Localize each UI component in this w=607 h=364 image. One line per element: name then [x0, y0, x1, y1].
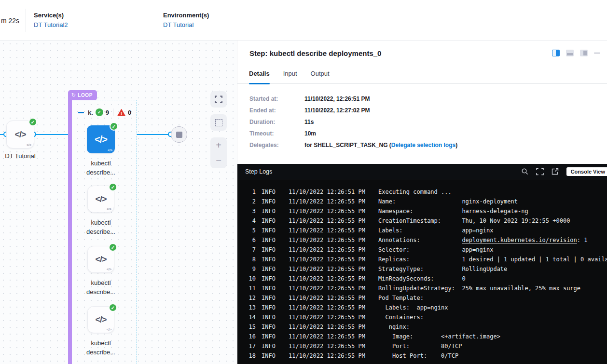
step-tabs: DetailsInputOutput	[237, 70, 607, 84]
tab-details[interactable]: Details	[249, 70, 270, 83]
detail-value: 10m	[304, 130, 316, 137]
log-line: 1INFO11/10/2022 12:26:51 PMExecuting com…	[245, 187, 607, 197]
detail-label: Duration:	[249, 119, 304, 125]
code-icon: </>	[95, 255, 106, 265]
detail-label: Delegates:	[249, 142, 304, 148]
delegate-selection-logs-link[interactable]: Delegate selection logs	[391, 142, 455, 148]
detail-value: 11/10/2022, 12:26:51 PM	[304, 95, 370, 102]
success-check-icon: ✓	[110, 122, 118, 131]
log-line: 10INFO11/10/2022 12:26:55 PMMinReadySeco…	[245, 274, 607, 283]
log-line: 8INFO11/10/2022 12:26:55 PMReplicas: 1 d…	[245, 255, 607, 264]
log-line: 4INFO11/10/2022 12:26:55 PMCreationTimes…	[245, 216, 607, 226]
log-line: 12INFO11/10/2022 12:26:55 PMPod Template…	[245, 293, 607, 303]
step-node-kubectl-describe[interactable]: ✓</></>kubectl describe...	[72, 306, 129, 357]
log-line: 3INFO11/10/2022 12:26:55 PMNamespace: ha…	[245, 206, 607, 216]
log-line: 7INFO11/10/2022 12:26:55 PMSelector: app…	[245, 245, 607, 255]
code-icon: </>	[95, 194, 106, 204]
zoom-out-button[interactable]: −	[216, 156, 221, 165]
detail-row: Ended at:11/10/2022, 12:27:02 PM	[249, 107, 595, 114]
pipeline-graph-canvas[interactable]: ✓ </> </> DT Tutorial ↻ LOOP k. ✓ 9 ! 0 …	[0, 40, 237, 364]
canvas-fullscreen-button[interactable]	[210, 91, 227, 108]
warning-triangle-icon: !	[117, 109, 125, 116]
detail-row: Delegates:for SHELL_SCRIPT_TASK_NG (Dele…	[249, 142, 595, 148]
loop-container-bar	[68, 90, 72, 364]
step-node-label: kubectl describe...	[72, 218, 129, 236]
loop-icon: ↻	[71, 93, 76, 98]
loop-group-name: k.	[88, 109, 93, 116]
code-icon: </>	[95, 134, 107, 145]
loop-group-header[interactable]: k. ✓ 9 ! 0	[78, 108, 131, 116]
search-icon[interactable]	[521, 168, 528, 175]
layout-bottom-button[interactable]	[566, 50, 574, 56]
pipeline-end-node[interactable]	[171, 126, 187, 143]
count-divider	[113, 108, 113, 116]
success-count-icon: ✓	[96, 108, 103, 116]
layout-float-button[interactable]	[580, 50, 588, 56]
stop-square-icon	[176, 132, 182, 138]
step-node-kubectl-describe[interactable]: ✓</></>kubectl describe...	[72, 246, 129, 297]
edge-start-to-loop	[34, 134, 68, 135]
collapse-minus-icon[interactable]	[78, 112, 84, 113]
shell-script-mini-icon: </>	[107, 328, 111, 331]
step-node-kubectl-describe[interactable]: ✓</></>kubectl describe...	[72, 186, 129, 236]
step-logs-title: Step Logs	[245, 168, 272, 175]
step-details-header: Step: kubectl describe deployments_0	[237, 40, 607, 57]
log-line: 14INFO11/10/2022 12:26:55 PM Containers:	[245, 312, 607, 322]
step-node-label: kubectl describe...	[72, 338, 129, 357]
fullscreen-icon	[215, 95, 222, 103]
tab-input[interactable]: Input	[283, 70, 297, 83]
success-check-icon: ✓	[109, 243, 117, 252]
topbar-divider	[26, 9, 26, 32]
code-icon: </>	[14, 130, 26, 140]
marquee-select-icon	[215, 119, 222, 126]
shell-script-mini-icon: </>	[107, 268, 111, 271]
stage-node-label: DT Tutorial	[0, 152, 50, 160]
loop-badge[interactable]: ↻ LOOP	[68, 90, 97, 100]
shell-script-mini-icon: </>	[27, 143, 31, 147]
elapsed-duration: m 22s	[1, 17, 19, 25]
log-output[interactable]: 1INFO11/10/2022 12:26:51 PMExecuting com…	[237, 179, 607, 361]
stage-node-dt-tutorial[interactable]: ✓ </> </>	[6, 121, 34, 148]
log-line: 13INFO11/10/2022 12:26:55 PM Labels: app…	[245, 303, 607, 312]
logs-fullscreen-icon[interactable]	[536, 168, 544, 175]
log-line: 15INFO11/10/2022 12:26:55 PM nginx:	[245, 322, 607, 332]
edge-loop-to-end	[137, 134, 172, 135]
detail-value: for SHELL_SCRIPT_TASK_NG (Delegate selec…	[304, 142, 457, 148]
panel-minimize-button[interactable]	[594, 53, 600, 54]
shell-script-mini-icon: </>	[108, 148, 112, 152]
canvas-zoom-controls[interactable]: + −	[210, 137, 227, 168]
detail-row: Timeout:10m	[249, 130, 595, 137]
detail-value: 11/10/2022, 12:27:02 PM	[304, 107, 370, 114]
log-line: 6INFO11/10/2022 12:26:55 PMAnnotations: …	[245, 235, 607, 245]
step-logs-toolbar: Step Logs Console View	[237, 164, 607, 179]
log-line: 18INFO11/10/2022 12:26:55 PM Host Port: …	[245, 351, 607, 361]
detail-label: Timeout:	[249, 130, 304, 137]
step-title: Step: kubectl describe deployments_0	[249, 49, 595, 57]
service-label: Service(s)	[34, 12, 68, 19]
pipeline-execution-view: m 22s Service(s) DT Tutorial2 Environmen…	[0, 0, 607, 364]
shell-script-mini-icon: </>	[107, 207, 111, 211]
tab-output[interactable]: Output	[311, 70, 330, 83]
log-annotation-link[interactable]: deployment.kubernetes.io/revision	[462, 237, 577, 243]
step-details-list: Started at:11/10/2022, 12:26:51 PMEnded …	[237, 84, 607, 148]
log-line: 16INFO11/10/2022 12:26:55 PM Image: <+ar…	[245, 332, 607, 341]
step-details-panel: Step: kubectl describe deployments_0 Det…	[237, 40, 607, 364]
detail-label: Ended at:	[249, 107, 304, 114]
detail-value: 11s	[304, 119, 314, 125]
canvas-select-button[interactable]	[210, 114, 227, 131]
success-check-icon: ✓	[28, 118, 37, 126]
step-node-kubectl-describe[interactable]: ✓</></>kubectl describe...	[72, 125, 129, 177]
service-link[interactable]: DT Tutorial2	[34, 21, 68, 28]
open-in-new-tab-icon[interactable]	[552, 168, 559, 175]
layout-split-right-button[interactable]	[552, 50, 560, 56]
panel-layout-controls	[552, 50, 600, 56]
zoom-in-button[interactable]: +	[216, 141, 221, 149]
success-check-icon: ✓	[109, 303, 117, 312]
detail-label: Started at:	[249, 95, 304, 102]
step-logs-section: Step Logs Console View 1INFO11/10/2022 1…	[237, 164, 607, 364]
environment-link[interactable]: DT Tutorial	[163, 21, 209, 28]
log-line: 9INFO11/10/2022 12:26:55 PMStrategyType:…	[245, 264, 607, 274]
success-count: 9	[106, 109, 109, 116]
log-line: 5INFO11/10/2022 12:26:55 PMLabels: app=n…	[245, 226, 607, 235]
console-view-button[interactable]: Console View	[566, 167, 607, 176]
